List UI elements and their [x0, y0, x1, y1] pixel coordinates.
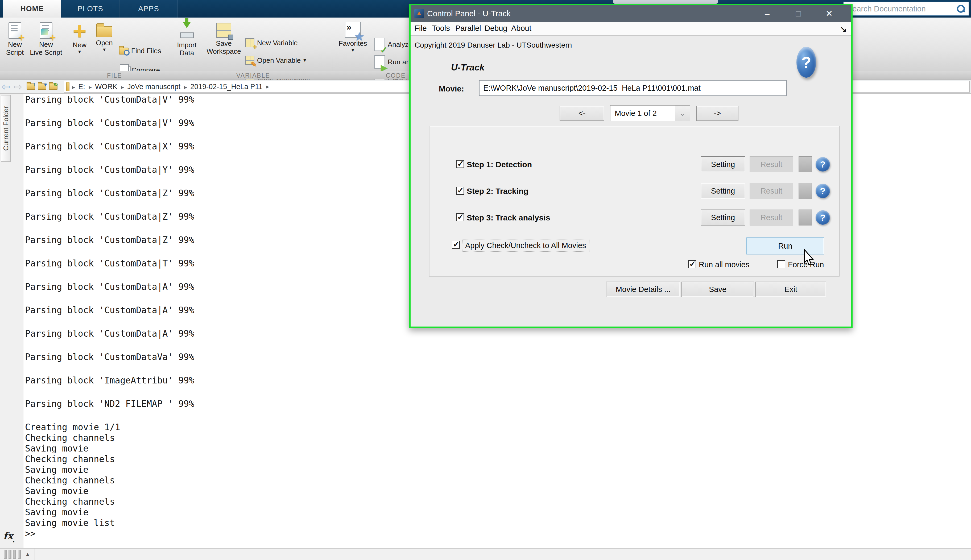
movie-label: Movie: — [439, 84, 464, 93]
breadcrumb-segment[interactable]: JoVe manuscript — [121, 83, 180, 91]
movie-selector[interactable]: Movie 1 of 2 ⌄ — [610, 105, 690, 121]
find-files-icon — [119, 48, 129, 55]
maximize-icon[interactable]: □ — [786, 5, 810, 22]
step1-checkbox[interactable] — [456, 160, 464, 168]
step1-result-button[interactable]: Result — [750, 157, 793, 172]
force-run-checkbox[interactable] — [777, 260, 785, 268]
folder-tab-icon — [66, 82, 69, 91]
run-and-time-button[interactable]: ▶ Run and — [374, 55, 414, 68]
minimize-icon[interactable]: – — [755, 5, 779, 22]
back-icon[interactable]: ⇦ — [2, 81, 10, 93]
search-input[interactable] — [844, 5, 956, 13]
new-plus-icon: + — [73, 22, 86, 39]
find-files-button[interactable]: Find Files — [119, 47, 161, 55]
step3-help-icon[interactable]: ? — [816, 210, 830, 225]
analyze-code-label: Analyze — [388, 40, 413, 49]
browse-folder-icon[interactable]: ▾ — [38, 83, 46, 90]
steps-panel: Step 1: Detection Setting Result ? Step … — [429, 126, 839, 277]
status-divider — [35, 548, 35, 560]
tab-home[interactable]: HOME — [3, 0, 61, 18]
up-folder-icon[interactable]: ↑ — [27, 83, 35, 90]
analyze-code-icon: ✓ — [374, 38, 385, 51]
run-options-row: Run all movies Force Run — [430, 259, 839, 271]
movie-path-field[interactable] — [479, 80, 787, 96]
console-line: Creating movie 1/1 — [25, 423, 971, 432]
current-folder-tab[interactable]: Current Folder — [1, 95, 11, 162]
next-movie-button[interactable]: -> — [696, 106, 739, 121]
status-bar: ▲ — [0, 548, 971, 560]
find-files-label: Find Files — [131, 47, 161, 55]
current-folder-strip: Current Folder — [0, 93, 23, 548]
help-icon[interactable]: ? — [796, 47, 816, 78]
open-label: Open — [96, 39, 113, 47]
step3-result-button[interactable]: Result — [750, 210, 793, 225]
new-script-button[interactable]: + New Script — [2, 22, 28, 57]
command-prompt[interactable]: >> — [25, 529, 971, 538]
tab-apps[interactable]: APPS — [120, 0, 178, 18]
breadcrumb-segment[interactable]: WORK — [89, 83, 117, 91]
forward-icon[interactable]: ⇨ — [14, 81, 22, 93]
console-line: Parsing block 'ND2 FILEMAP ' 99% — [25, 399, 971, 408]
chevron-down-icon: ⌄ — [675, 105, 690, 121]
new-live-script-button[interactable]: + New Live Script — [29, 22, 64, 57]
import-data-button[interactable]: Import Data — [173, 22, 201, 57]
menu-overflow-icon[interactable]: ↘ — [840, 25, 847, 34]
breadcrumb-segment[interactable]: 2019-02-15_HeLa P11 — [184, 83, 262, 91]
menu-tools[interactable]: Tools — [432, 24, 450, 33]
step2-checkbox[interactable] — [456, 187, 464, 195]
console-line: Checking channels — [25, 476, 971, 485]
step1-label: Step 1: Detection — [467, 160, 532, 169]
menu-file[interactable]: File — [414, 24, 427, 33]
movie-selector-value: Movie 1 of 2 — [610, 109, 675, 118]
apply-checkbox[interactable] — [452, 241, 460, 248]
step2-label: Step 2: Tracking — [467, 187, 528, 196]
documentation-search — [843, 2, 969, 16]
step-row: Step 1: Detection Setting Result ? — [430, 157, 839, 173]
open-variable-caret-icon — [303, 57, 306, 63]
console-line: Parsing block 'CustomDataVa' 99% — [25, 353, 971, 362]
console-line: Parsing block 'CustomData|A' 99% — [25, 329, 971, 338]
step3-extra-button[interactable] — [799, 210, 812, 225]
run-all-movies-checkbox[interactable] — [688, 260, 696, 268]
step2-help-icon[interactable]: ? — [816, 184, 830, 198]
console-line: Checking channels — [25, 497, 971, 506]
step3-checkbox[interactable] — [456, 213, 464, 221]
section-label-variable: VARIABLE — [236, 72, 270, 79]
step1-setting-button[interactable]: Setting — [701, 157, 745, 172]
step-row: Step 3: Track analysis Setting Result ? — [430, 210, 839, 227]
console-line: Saving movie — [25, 465, 971, 474]
menu-debug[interactable]: Debug — [485, 24, 507, 33]
movie-details-button[interactable]: Movie Details ... — [606, 282, 680, 297]
quick-access-toolbar[interactable] — [613, 0, 718, 4]
dialog-title-bar[interactable]: Control Panel - U-Track – □ ✕ — [411, 5, 851, 22]
save-workspace-button[interactable]: Save Workspace — [207, 23, 241, 55]
new-button[interactable]: + New — [65, 22, 94, 55]
step1-extra-button[interactable] — [799, 157, 812, 172]
step1-help-icon[interactable]: ? — [816, 157, 830, 172]
analyze-code-button[interactable]: ✓ Analyze — [374, 38, 413, 51]
step2-setting-button[interactable]: Setting — [701, 183, 745, 199]
search-icon[interactable] — [956, 4, 965, 13]
step2-extra-button[interactable] — [799, 183, 812, 199]
tab-plots[interactable]: PLOTS — [62, 0, 119, 18]
fx-icon[interactable]: fx — [3, 530, 13, 542]
favorites-button[interactable]: »★ Favorites — [338, 22, 368, 53]
layout-grip[interactable]: ▲ — [4, 550, 30, 559]
open-button[interactable]: Open — [94, 22, 115, 53]
menu-parallel[interactable]: Parallel — [455, 24, 481, 33]
current-folder-label: Current Folder — [2, 106, 10, 151]
close-icon[interactable]: ✕ — [817, 5, 841, 22]
console-line: Saving movie — [25, 508, 971, 517]
refresh-folder-icon[interactable]: ↻ — [49, 83, 57, 90]
open-variable-button[interactable]: ✎ Open Variable — [245, 56, 306, 65]
prev-movie-button[interactable]: <- — [560, 106, 604, 121]
step2-result-button[interactable]: Result — [750, 183, 793, 199]
new-label: New — [73, 41, 87, 49]
new-variable-button[interactable]: + New Variable — [245, 38, 298, 47]
step3-setting-button[interactable]: Setting — [701, 210, 745, 225]
menu-about[interactable]: About — [511, 24, 531, 33]
dialog-body: Copyright 2019 Danuser Lab - UTSouthwest… — [411, 36, 851, 327]
save-button[interactable]: Save — [682, 282, 754, 297]
exit-button[interactable]: Exit — [755, 282, 826, 297]
breadcrumb-segment[interactable]: E: — [72, 83, 85, 91]
